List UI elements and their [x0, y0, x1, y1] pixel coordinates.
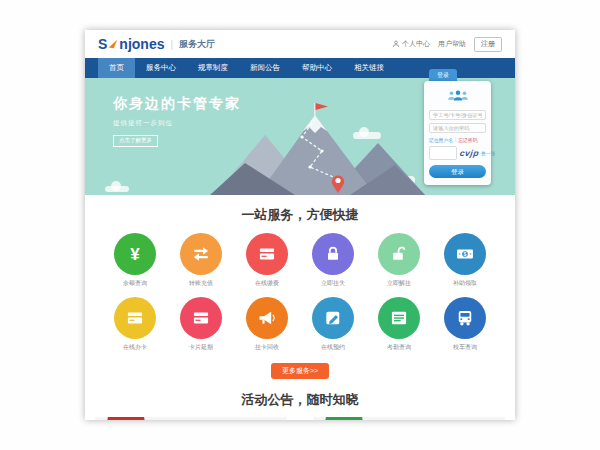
bank-card-icon [114, 297, 156, 339]
svg-text:$: $ [464, 251, 467, 257]
service-transfer-recharge[interactable]: 转账充值 [173, 233, 229, 288]
service-school-bus-inquiry[interactable]: 校车查询 [437, 297, 493, 352]
bus-icon [444, 297, 486, 339]
personal-center-link[interactable]: 个人中心 [392, 39, 430, 49]
more-services-button[interactable]: 更多服务>> [271, 363, 329, 379]
hero-subtitle: 提供捷径一步到位 [113, 119, 241, 128]
password-input[interactable] [429, 123, 486, 133]
login-links-row: 记住用户名 | 忘记密码 [429, 137, 486, 143]
service-label: 挂卡回收 [239, 343, 295, 352]
service-online-payment[interactable]: 在线缴费 [239, 233, 295, 288]
service-report-loss[interactable]: 立即挂失 [305, 233, 361, 288]
service-balance-inquiry[interactable]: ¥ 余额查询 [107, 233, 163, 288]
top-header: S njones | 服务大厅 个人中心 用户帮助 注册 [85, 30, 515, 58]
services-section: 一站服务，方便快捷 ¥ 余额查询 转账充值 在线缴费 [85, 195, 515, 379]
service-lost-card-recovery[interactable]: 挂卡回收 [239, 297, 295, 352]
megaphone-icon [246, 297, 288, 339]
yuan-icon: ¥ [114, 233, 156, 275]
bank-card-icon [246, 233, 288, 275]
service-label: 在线办卡 [107, 343, 163, 352]
list-icon [378, 297, 420, 339]
announcement-panel-left: 使用指南 最新公告 更多>> [95, 417, 287, 420]
right-tabbar: 使用指南 更多>> [313, 417, 505, 420]
logo-divider: | [170, 39, 173, 50]
login-submit-button[interactable]: 登录 [429, 165, 486, 178]
header-right: 个人中心 用户帮助 注册 [392, 37, 502, 52]
service-label: 考勤查询 [371, 343, 427, 352]
bank-card-icon [180, 297, 222, 339]
service-label: 卡片延期 [173, 343, 229, 352]
service-label: 在线预约 [305, 343, 361, 352]
edit-icon [312, 297, 354, 339]
login-form: 记住用户名 | 忘记密码 cvjp 换一张 登录 [424, 81, 491, 185]
logo-arrow-icon [108, 39, 118, 49]
service-card-renewal[interactable]: 卡片延期 [173, 297, 229, 352]
transfer-arrows-icon [180, 233, 222, 275]
service-label: 在线缴费 [239, 279, 295, 288]
hero-text-block: 你身边的卡管专家 提供捷径一步到位 点击了解更多 [113, 95, 241, 147]
left-tabbar: 使用指南 最新公告 更多>> [95, 417, 287, 420]
logo-text-post: njones [119, 36, 164, 52]
cloud-shape [105, 186, 129, 192]
service-online-card-application[interactable]: 在线办卡 [107, 297, 163, 352]
service-label: 转账充值 [173, 279, 229, 288]
service-label: 立即挂失 [305, 279, 361, 288]
services-row-2: 在线办卡 卡片延期 挂卡回收 在线预约 [85, 297, 515, 352]
remember-username-link[interactable]: 记住用户名 [429, 137, 453, 143]
login-tab[interactable]: 登录 [429, 69, 457, 81]
nav-item-home[interactable]: 首页 [98, 58, 135, 78]
nav-item-help-center[interactable]: 帮助中心 [291, 58, 343, 78]
announcement-panels: 使用指南 最新公告 更多>> 使用指南 更多>> [85, 417, 515, 420]
service-subsidy-collection[interactable]: $ 补助领取 [437, 233, 493, 288]
login-panel: 登录 记住用户名 | 忘记密码 [424, 69, 491, 185]
personal-center-label: 个人中心 [402, 39, 430, 49]
users-icon [429, 88, 486, 106]
forgot-password-link[interactable]: 忘记密码 [458, 137, 477, 143]
tab-usage-guide[interactable]: 使用指南 [105, 417, 147, 420]
unlock-icon [378, 233, 420, 275]
announcements-title: 活动公告，随时知晓 [85, 391, 515, 409]
service-attendance-inquiry[interactable]: 考勤查询 [371, 297, 427, 352]
captcha-row: cvjp 换一张 [429, 146, 486, 160]
tab-usage-guide-right[interactable]: 使用指南 [323, 417, 365, 420]
lock-icon [312, 233, 354, 275]
service-online-booking[interactable]: 在线预约 [305, 297, 361, 352]
captcha-image: cvjp [459, 148, 479, 158]
user-help-label: 用户帮助 [438, 39, 466, 49]
nav-item-service-center[interactable]: 服务中心 [135, 58, 187, 78]
mountains-illustration [210, 103, 425, 195]
service-label: 校车查询 [437, 343, 493, 352]
nav-item-links[interactable]: 相关链接 [343, 58, 395, 78]
page-container: S njones | 服务大厅 个人中心 用户帮助 注册 首页 服务中心 规章制… [85, 30, 515, 420]
service-label: 余额查询 [107, 279, 163, 288]
links-divider: | [455, 137, 456, 142]
logo[interactable]: S njones | 服务大厅 [98, 36, 215, 52]
nav-item-rules[interactable]: 规章制度 [187, 58, 239, 78]
person-icon [392, 40, 400, 48]
service-label: 立即解挂 [371, 279, 427, 288]
captcha-input[interactable] [429, 146, 457, 160]
services-section-title: 一站服务，方便快捷 [85, 206, 515, 224]
logo-text-pre: S [98, 36, 107, 52]
username-input[interactable] [429, 110, 486, 120]
announcements-section: 活动公告，随时知晓 使用指南 最新公告 更多>> 使用指南 更多>> [85, 391, 515, 420]
service-unfreeze-card[interactable]: 立即解挂 [371, 233, 427, 288]
user-help-link[interactable]: 用户帮助 [438, 39, 466, 49]
hero-title: 你身边的卡管专家 [113, 95, 241, 113]
site-name: 服务大厅 [179, 38, 215, 51]
captcha-refresh-link[interactable]: 换一张 [481, 150, 495, 156]
service-label: 补助领取 [437, 279, 493, 288]
register-button[interactable]: 注册 [474, 37, 502, 52]
banknote-icon: $ [444, 233, 486, 275]
announcement-panel-right: 使用指南 更多>> [313, 417, 505, 420]
nav-item-news[interactable]: 新闻公告 [239, 58, 291, 78]
services-row-1: ¥ 余额查询 转账充值 在线缴费 立即挂失 [85, 233, 515, 288]
hero-cta-button[interactable]: 点击了解更多 [113, 135, 158, 147]
